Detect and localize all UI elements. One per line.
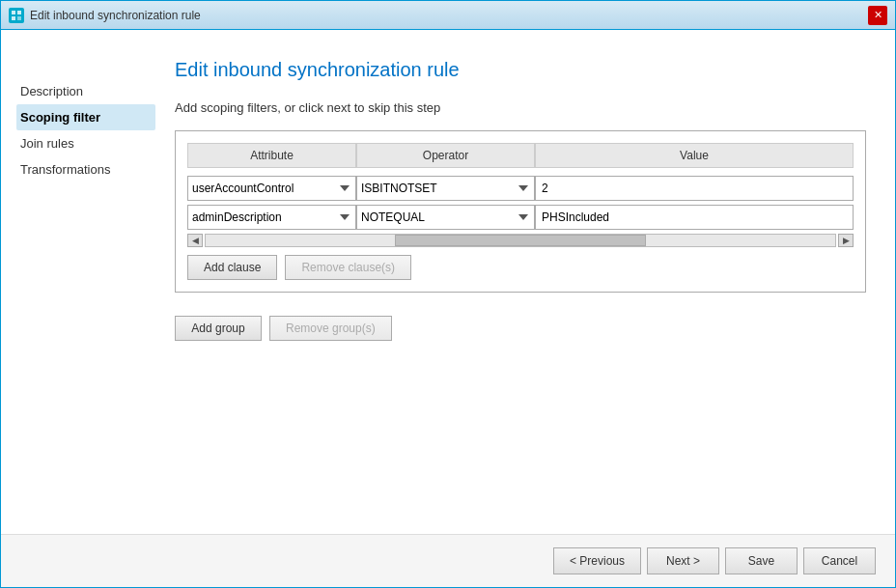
- col-header-operator: Operator: [356, 143, 535, 168]
- operator-select-2[interactable]: ISBITNOTSET NOTEQUAL EQUAL ISBITSET ISNU…: [356, 205, 535, 230]
- clause-buttons: Add clause Remove clause(s): [187, 255, 854, 280]
- value-input-1[interactable]: [535, 176, 854, 201]
- filter-row-2: userAccountControl adminDescription ISBI…: [187, 205, 854, 230]
- attribute-select-2[interactable]: userAccountControl adminDescription: [187, 205, 356, 230]
- svg-rect-0: [12, 11, 15, 14]
- sidebar-item-transformations[interactable]: Transformations: [20, 156, 155, 182]
- group-buttons: Add group Remove group(s): [175, 316, 866, 341]
- content-area: Description Scoping filter Join rules Tr…: [1, 30, 895, 534]
- page-title: Edit inbound synchronization rule: [175, 59, 866, 81]
- scrollbar-thumb: [395, 235, 647, 246]
- close-button[interactable]: ✕: [868, 6, 887, 25]
- svg-rect-1: [17, 11, 21, 14]
- scrollbar-row: ◀ ▶: [187, 234, 854, 247]
- cancel-button[interactable]: Cancel: [803, 547, 876, 574]
- previous-button[interactable]: < Previous: [553, 547, 641, 574]
- add-group-button[interactable]: Add group: [175, 316, 262, 341]
- app-icon: [9, 8, 24, 23]
- scrollbar-track[interactable]: [205, 234, 836, 247]
- col-header-attribute: Attribute: [187, 143, 356, 168]
- footer: < Previous Next > Save Cancel: [1, 534, 895, 587]
- svg-rect-2: [12, 16, 15, 20]
- attribute-select-1[interactable]: userAccountControl adminDescription: [187, 176, 356, 201]
- scroll-left-button[interactable]: ◀: [187, 234, 203, 247]
- remove-group-button[interactable]: Remove group(s): [269, 316, 392, 341]
- sidebar-item-scoping-filter[interactable]: Scoping filter: [16, 104, 155, 130]
- add-clause-button[interactable]: Add clause: [187, 255, 277, 280]
- value-input-2[interactable]: [535, 205, 854, 230]
- save-button[interactable]: Save: [725, 547, 798, 574]
- main-window: Edit inbound synchronization rule ✕ Desc…: [0, 0, 896, 588]
- scroll-right-button[interactable]: ▶: [838, 234, 854, 247]
- next-button[interactable]: Next >: [647, 547, 719, 574]
- section-title: Add scoping filters, or click next to sk…: [175, 100, 866, 115]
- sidebar-item-description[interactable]: Description: [20, 78, 155, 104]
- col-header-value: Value: [535, 143, 854, 168]
- title-bar: Edit inbound synchronization rule ✕: [1, 1, 895, 30]
- title-bar-text: Edit inbound synchronization rule: [30, 9, 201, 22]
- sidebar: Description Scoping filter Join rules Tr…: [1, 30, 155, 534]
- filter-row-1: userAccountControl adminDescription ISBI…: [187, 176, 854, 201]
- svg-rect-3: [17, 16, 21, 20]
- sidebar-item-join-rules[interactable]: Join rules: [20, 130, 155, 156]
- filter-group-box: Attribute Operator Value userAccountCont…: [175, 130, 866, 293]
- remove-clause-button[interactable]: Remove clause(s): [285, 255, 411, 280]
- title-bar-left: Edit inbound synchronization rule: [9, 8, 201, 23]
- operator-select-1[interactable]: ISBITNOTSET NOTEQUAL EQUAL ISBITSET ISNU…: [356, 176, 535, 201]
- main-content: Edit inbound synchronization rule Add sc…: [155, 30, 895, 534]
- filter-header-row: Attribute Operator Value: [187, 143, 854, 168]
